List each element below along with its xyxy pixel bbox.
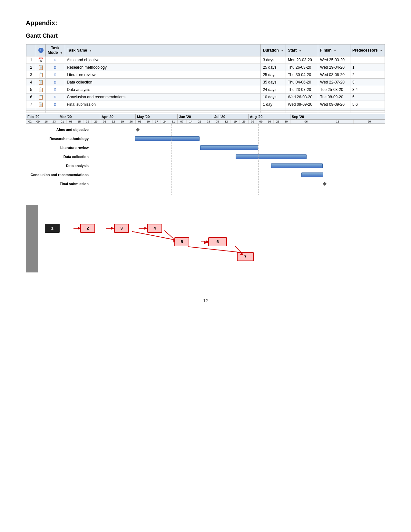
gantt-row-4: Data collection [26, 153, 385, 161]
cell-name-empty [65, 111, 261, 113]
cell-info-empty [36, 111, 46, 113]
day-05j: 05 [213, 120, 222, 123]
day-01: 01 [58, 120, 67, 123]
nd-node-1-label: 1 [51, 226, 53, 231]
cell-duration: 1 day [261, 101, 286, 108]
table-row: 7 📋 🗓 Final submission 1 day Wed 09-09-2… [26, 101, 385, 108]
mode-icon: 🗓 [54, 65, 57, 69]
gantt-days-jun: 07 14 21 28 [178, 120, 213, 123]
cell-mode: 🗓 [46, 64, 65, 71]
day-17: 17 [152, 120, 161, 123]
gantt-month-row: Feb '20 Mar '20 Apr '20 May '20 Jun '20 … [26, 114, 385, 120]
cell-predecessors: 2 [350, 71, 385, 79]
cell-predecessors: 5 [350, 94, 385, 101]
day-31: 31 [169, 120, 177, 123]
mode-icon: 🗓 [54, 58, 57, 62]
cell-num: 3 [26, 71, 36, 79]
col-header-finish: Finish ▼ [318, 44, 350, 56]
gantt-table-wrapper: i TaskMode ▼ Task Name ▼ Duration ▼ Star… [26, 44, 385, 113]
cell-name: Final submission [65, 101, 261, 108]
cell-start: Thu 26-03-20 [286, 64, 318, 71]
day-08: 08 [67, 120, 75, 123]
cell-info: 📋 [36, 79, 46, 86]
gantt-days-row: 02 09 16 23 01 08 15 22 29 05 12 19 26 0… [26, 120, 385, 124]
table-row: 3 📋 🗓 Literature review 25 days Thu 30-0… [26, 71, 385, 79]
nd-arrow-4-5 [164, 231, 173, 239]
gantt-bar-label-7: Final submission [26, 182, 91, 186]
gantt-month-sep: Sep '20 [290, 114, 385, 119]
day-14: 14 [187, 120, 196, 123]
cell-duration: 25 days [261, 71, 286, 79]
cell-start: Mon 23-03-20 [286, 56, 318, 64]
day-12: 12 [109, 120, 118, 123]
day-19j: 19 [231, 120, 240, 123]
cell-mode: 🗓 [46, 94, 65, 101]
col-header-start: Start ▼ [286, 44, 318, 56]
cell-start-empty [286, 111, 318, 113]
page-number: 12 [26, 298, 385, 303]
gantt-bar-label-1: Aims and objective [26, 128, 91, 132]
cell-pred-empty [350, 111, 385, 113]
gantt-bar-label-2: Research methodology [26, 137, 91, 141]
mode-icon: 🗓 [54, 73, 57, 77]
day-16a: 16 [265, 120, 274, 123]
gantt-bar-6 [301, 172, 323, 177]
cell-start-empty [286, 108, 318, 111]
cell-info: 📋 [36, 94, 46, 101]
table-row-empty [26, 111, 385, 113]
gantt-bar-2 [135, 136, 200, 141]
day-02a: 02 [249, 120, 257, 123]
task-mode-icon: 📋 [38, 102, 44, 107]
cell-duration: 3 days [261, 56, 286, 64]
task-mode-icon: 📋 [38, 72, 44, 77]
col-header-name: Task Name ▼ [65, 44, 261, 56]
col-header-num [26, 44, 36, 56]
gantt-bar-label-5: Data analysis [26, 164, 91, 168]
col-header-info: i [36, 44, 46, 56]
col-header-duration: Duration ▼ [261, 44, 286, 56]
gantt-row-6: Conclusion and recommendations [26, 171, 385, 179]
gantt-diamond-7 [323, 182, 327, 186]
network-svg: 1 2 3 4 5 6 7 [26, 205, 385, 279]
gantt-vline-sep [258, 124, 259, 195]
gantt-days-jul: 05 12 19 26 [213, 120, 249, 123]
cell-predecessors: 3 [350, 79, 385, 86]
nd-arrowhead-3-4 [144, 227, 148, 230]
day-16: 16 [42, 120, 50, 123]
cell-predecessors: 3,4 [350, 86, 385, 94]
cell-mode-empty [46, 111, 65, 113]
cell-mode: 🗓 [46, 71, 65, 79]
gantt-row-1: Aims and objective [26, 125, 385, 134]
cell-num: 6 [26, 94, 36, 101]
col-header-mode: TaskMode ▼ [46, 44, 65, 56]
cell-finish: Wed 29-04-20 [318, 64, 350, 71]
cell-duration: 10 days [261, 94, 286, 101]
day-19: 19 [118, 120, 127, 123]
gantt-month-may: May '20 [136, 114, 178, 119]
cell-duration: 35 days [261, 79, 286, 86]
day-29: 29 [92, 120, 100, 123]
day-26: 26 [127, 120, 136, 123]
table-row-empty [26, 108, 385, 111]
gantt-month-feb: Feb '20 [26, 114, 58, 119]
cell-start: Thu 30-04-20 [286, 71, 318, 79]
gantt-diamond-1 [136, 128, 140, 132]
cell-start: Thu 04-06-20 [286, 79, 318, 86]
cell-mode: 🗓 [46, 101, 65, 108]
cell-duration: 24 days [261, 86, 286, 94]
cell-start: Wed 09-09-20 [286, 101, 318, 108]
cell-start: Wed 26-08-20 [286, 94, 318, 101]
cell-num: 2 [26, 64, 36, 71]
nd-arrow-6-7 [235, 246, 241, 252]
day-09a: 09 [257, 120, 265, 123]
cell-finish: Tue 08-09-20 [318, 94, 350, 101]
nd-node-4-label: 4 [153, 226, 156, 231]
day-10: 10 [144, 120, 152, 123]
day-30a: 30 [282, 120, 290, 123]
nd-node-3-label: 3 [120, 226, 122, 231]
cell-num-empty [26, 111, 36, 113]
gantt-bar-label-3: Literature review [26, 146, 91, 150]
cell-info: 📋 [36, 86, 46, 94]
info-icon: i [38, 48, 44, 53]
cell-predecessors: 1 [350, 64, 385, 71]
